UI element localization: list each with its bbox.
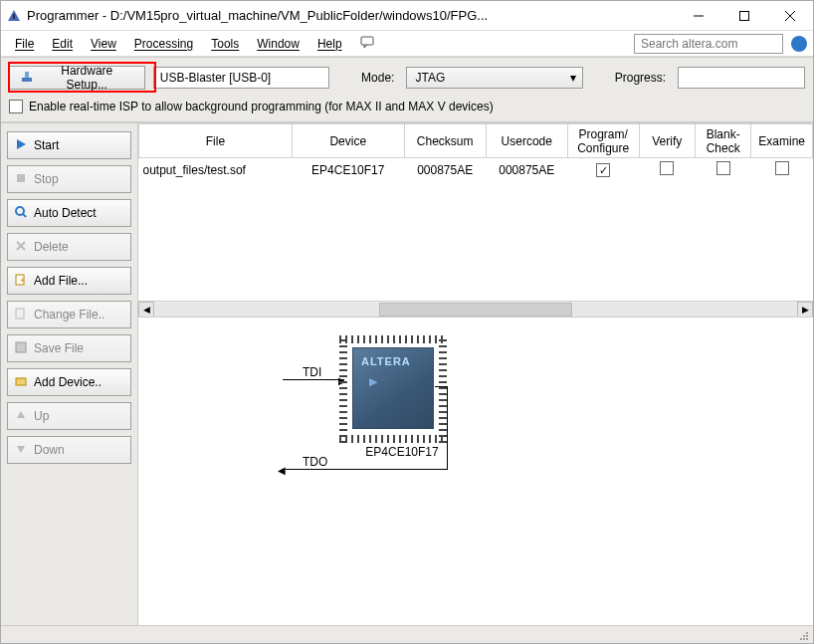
start-button[interactable]: Start [7, 131, 131, 159]
menu-view[interactable]: View [83, 34, 124, 54]
app-icon [7, 9, 21, 23]
menu-window[interactable]: Window [249, 34, 307, 54]
maximize-button[interactable] [721, 1, 767, 31]
chain-diagram: ▶ TDI ALTERA ▶ EP4CE10F17 TDO ◀ [138, 317, 813, 625]
col-checksum[interactable]: Checksum [404, 124, 486, 158]
table-row[interactable]: output_files/test.sof EP4CE10F17 000875A… [139, 158, 813, 182]
svg-rect-19 [16, 378, 26, 385]
scroll-track[interactable] [154, 303, 797, 317]
detect-icon [14, 206, 28, 220]
auto-detect-button[interactable]: Auto Detect [7, 199, 131, 227]
chip-label: EP4CE10F17 [362, 445, 442, 459]
delete-icon [14, 240, 28, 254]
window-title: Programmer - D:/VM15pro_virtual_machine/… [27, 8, 676, 23]
file-change-icon [14, 308, 28, 322]
svg-point-23 [803, 638, 805, 640]
hardware-setup-button[interactable]: Hardware Setup... [9, 66, 145, 90]
mode-select[interactable]: JTAG ▾ [406, 67, 582, 89]
svg-point-27 [806, 632, 808, 634]
globe-icon[interactable] [791, 36, 807, 52]
cell-file: output_files/test.sof [139, 158, 293, 182]
menu-feedback-icon[interactable] [352, 33, 382, 54]
svg-rect-6 [361, 37, 373, 45]
svg-text:+: + [20, 276, 25, 285]
device-add-icon [14, 375, 28, 389]
svg-point-26 [803, 635, 805, 637]
enable-isp-checkbox[interactable] [9, 100, 23, 113]
program-checkbox[interactable]: ✓ [596, 163, 610, 177]
svg-rect-8 [25, 72, 29, 78]
add-device-button[interactable]: Add Device.. [7, 368, 131, 396]
tdo-label: TDO [303, 455, 327, 469]
wire-out-down [447, 386, 448, 470]
svg-marker-9 [17, 139, 26, 149]
svg-point-25 [800, 638, 802, 640]
down-button[interactable]: Down [7, 436, 131, 464]
menu-processing[interactable]: Processing [126, 34, 201, 54]
setup-toolbar: Hardware Setup... USB-Blaster [USB-0] Mo… [1, 57, 813, 122]
scroll-thumb[interactable] [379, 303, 572, 317]
horizontal-scrollbar[interactable]: ◀ ▶ [138, 301, 813, 317]
mode-label: Mode: [357, 71, 398, 85]
scroll-left-icon[interactable]: ◀ [138, 302, 154, 318]
close-button[interactable] [767, 1, 813, 31]
resize-grip-icon[interactable] [797, 629, 809, 641]
svg-point-11 [16, 207, 24, 215]
wire-tdi [283, 379, 344, 380]
wire-out-top [435, 386, 447, 387]
hardware-device-field: USB-Blaster [USB-0] [153, 67, 329, 89]
window-controls [676, 1, 813, 31]
col-file[interactable]: File [139, 124, 293, 158]
examine-checkbox[interactable] [775, 161, 789, 175]
delete-button[interactable]: Delete [7, 233, 131, 261]
play-icon [14, 138, 28, 152]
minimize-button[interactable] [676, 1, 721, 31]
up-button[interactable]: Up [7, 402, 131, 430]
save-icon [14, 341, 28, 355]
svg-rect-10 [17, 174, 25, 182]
svg-marker-21 [17, 446, 25, 453]
tdi-label: TDI [303, 365, 321, 379]
verify-checkbox[interactable] [660, 161, 674, 175]
file-add-icon: + [14, 274, 28, 288]
col-device[interactable]: Device [292, 124, 404, 158]
cell-usercode: 000875AE [486, 158, 567, 182]
main-area: Start Stop Auto Detect Delete + Add File… [1, 122, 813, 625]
col-program[interactable]: Program/ Configure [567, 124, 639, 158]
col-blank[interactable]: Blank- Check [695, 124, 750, 158]
down-icon [14, 443, 28, 457]
stop-icon [14, 172, 28, 186]
svg-rect-7 [22, 78, 32, 82]
progress-label: Progress: [611, 71, 670, 85]
titlebar: Programmer - D:/VM15pro_virtual_machine/… [1, 1, 813, 31]
change-file-button[interactable]: Change File.. [7, 301, 131, 328]
col-verify[interactable]: Verify [639, 124, 695, 158]
blank-checkbox[interactable] [716, 161, 730, 175]
add-file-button[interactable]: + Add File... [7, 267, 131, 295]
menu-tools[interactable]: Tools [203, 34, 247, 54]
stop-button[interactable]: Stop [7, 165, 131, 193]
svg-rect-17 [16, 309, 24, 319]
sidebar: Start Stop Auto Detect Delete + Add File… [1, 123, 138, 625]
col-usercode[interactable]: Usercode [486, 124, 567, 158]
progress-bar [678, 67, 805, 89]
menubar: File Edit View Processing Tools Window H… [1, 31, 813, 57]
statusbar [1, 625, 813, 643]
scroll-right-icon[interactable]: ▶ [797, 302, 813, 318]
menu-edit[interactable]: Edit [44, 34, 81, 54]
save-file-button[interactable]: Save File [7, 334, 131, 362]
svg-line-12 [23, 214, 26, 217]
chip-play-icon: ▶ [369, 375, 377, 388]
col-examine[interactable]: Examine [751, 124, 813, 158]
menu-file[interactable]: File [7, 34, 42, 54]
device-table: File Device Checksum Usercode Program/ C… [138, 123, 813, 301]
up-icon [14, 409, 28, 423]
cell-checksum: 000875AE [404, 158, 486, 182]
cell-device: EP4CE10F17 [292, 158, 404, 182]
chevron-down-icon: ▾ [570, 71, 576, 85]
svg-rect-18 [16, 342, 26, 352]
enable-isp-label: Enable real-time ISP to allow background… [29, 100, 494, 113]
menu-help[interactable]: Help [309, 34, 350, 54]
svg-rect-1 [13, 14, 15, 19]
search-input[interactable] [634, 34, 783, 54]
